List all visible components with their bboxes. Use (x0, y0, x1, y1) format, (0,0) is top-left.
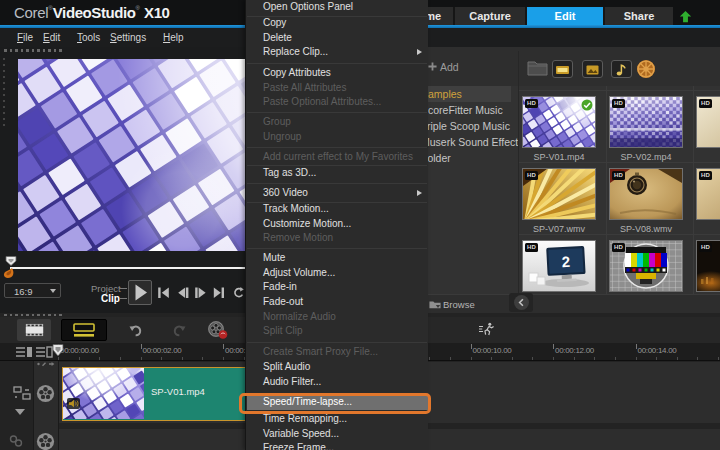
video-track-reel-icon[interactable] (36, 384, 55, 403)
menu-item-normalize-audio[interactable]: Normalize Audio (246, 310, 428, 325)
menubar-item-edit[interactable]: Edit (43, 31, 60, 45)
menu-item-add-current-effect-to-my-favorites[interactable]: Add current effect to My Favorites (246, 150, 428, 165)
redo-button[interactable] (167, 319, 191, 341)
expand-tracks-icon[interactable] (15, 409, 25, 415)
menu-item-mute[interactable]: Mute (246, 251, 428, 266)
menubar-item-settings[interactable]: Settings (110, 31, 146, 45)
ruler-label: 00:00:12.00 (555, 346, 594, 355)
menu-item-paste-optional-attributes[interactable]: Paste Optional Attributes... (246, 95, 428, 110)
filter-videos-button[interactable] (552, 60, 573, 78)
upgrade-arrow-icon[interactable] (679, 10, 692, 24)
grip-dot (59, 49, 62, 52)
grip-dot (43, 49, 46, 52)
go-to-start-button[interactable] (157, 286, 171, 300)
menu-item-group[interactable]: Group (246, 115, 428, 130)
next-frame-button[interactable] (194, 286, 208, 300)
menu-item-label: Adjust Volume... (263, 267, 335, 278)
toolbar-grip[interactable] (4, 49, 62, 52)
menubar-item-file[interactable]: File (17, 31, 33, 45)
library-folder-folder[interactable]: Folder (420, 150, 518, 166)
go-to-end-button[interactable] (212, 286, 226, 300)
menu-item-split-audio[interactable]: Split Audio (246, 360, 428, 375)
grip-dot (3, 124, 5, 126)
menu-item-split-clip[interactable]: Split Clip (246, 324, 428, 339)
menubar-item-help[interactable]: Help (163, 31, 184, 45)
panel-grip-vertical[interactable] (3, 58, 5, 130)
media-thumbnail[interactable]: HD (610, 241, 682, 291)
tab-edit[interactable]: Edit (525, 7, 603, 25)
filter-audio-button[interactable] (611, 60, 632, 78)
media-thumbnail[interactable]: HD (610, 97, 682, 147)
menu-item-delete[interactable]: Delete (246, 31, 428, 46)
tab-capture[interactable]: Capture (453, 7, 525, 25)
media-thumbnail[interactable]: HD (523, 169, 595, 219)
timeline-grip[interactable] (4, 314, 62, 317)
filter-wheel-icon[interactable] (636, 59, 656, 79)
menu-item-create-smart-proxy-file[interactable]: Create Smart Proxy File... (246, 345, 428, 360)
menu-item-adjust-volume[interactable]: Adjust Volume... (246, 266, 428, 281)
trim-marker-icon[interactable] (3, 268, 15, 279)
motion-tracking-button[interactable] (476, 319, 496, 341)
media-name: SP (690, 224, 720, 234)
timeline-view-button[interactable] (61, 319, 107, 341)
menu-item-customize-motion[interactable]: Customize Motion... (246, 217, 428, 232)
media-thumbnail[interactable]: HD (610, 169, 682, 219)
link-tracks-icon[interactable] (9, 434, 23, 448)
menu-item-replace-clip[interactable]: Replace Clip... (246, 45, 428, 60)
browse-label[interactable]: Browse (443, 299, 475, 310)
library-folder-scorefitter-music[interactable]: ScoreFitter Music (420, 102, 518, 118)
collapse-circle[interactable] (514, 295, 529, 310)
library-folder-samples[interactable]: Samples (420, 86, 511, 102)
library-folder-icon[interactable] (527, 59, 548, 77)
menu-item-variable-speed[interactable]: Variable Speed... (246, 427, 428, 442)
menu-item-paste-all-attributes[interactable]: Paste All Attributes (246, 81, 428, 96)
tab-share[interactable]: Share (603, 7, 673, 25)
menubar-item-tools[interactable]: Tools (77, 31, 100, 45)
playhead-icon[interactable] (52, 344, 64, 357)
play-button[interactable] (128, 280, 152, 305)
menu-item-label: Open Options Panel (263, 1, 353, 12)
media-thumbnail[interactable]: HD (697, 241, 720, 291)
menu-item-fade-in[interactable]: Fade-in (246, 280, 428, 295)
scrubber-head-icon[interactable] (5, 256, 17, 266)
library-folder-triple-scoop-music[interactable]: Triple Scoop Music (420, 118, 518, 134)
menu-item-open-options-panel[interactable]: Open Options Panel (246, 0, 428, 15)
menu-item-360-video[interactable]: 360 Video (246, 186, 428, 201)
menu-item-audio-filter[interactable]: Audio Filter... (246, 375, 428, 390)
media-thumbnail[interactable]: 2HD (523, 241, 595, 291)
add-folder-icon[interactable] (428, 62, 437, 71)
undo-button[interactable] (123, 319, 147, 341)
menu-item-time-remapping[interactable]: Time Remapping... (246, 412, 428, 427)
add-folder-label[interactable]: Add (440, 61, 459, 73)
grip-dot (21, 49, 24, 52)
menu-item-tag-as-3d[interactable]: Tag as 3D... (246, 166, 428, 181)
overlay-track-reel-icon[interactable] (36, 432, 55, 450)
grip-dot (3, 118, 5, 120)
previous-frame-button[interactable] (176, 286, 190, 300)
menu-item-copy-attributes[interactable]: Copy Attributes (246, 66, 428, 81)
track-mini-controls[interactable] (36, 361, 56, 367)
storyboard-view-button[interactable] (17, 319, 51, 341)
grip-dot (10, 49, 13, 52)
menu-item-remove-motion[interactable]: Remove Motion (246, 231, 428, 246)
menu-item-freeze-frame[interactable]: Freeze Frame... (246, 441, 428, 450)
record-capture-button[interactable] (204, 319, 232, 341)
ruler-label: 00:00:10.00 (473, 346, 512, 355)
media-thumbnail[interactable]: HD (697, 97, 720, 147)
filter-photos-button[interactable] (582, 60, 603, 78)
track-toggle-icon[interactable] (35, 346, 53, 358)
library-folder-muserk-sound-effect[interactable]: Muserk Sound Effect (420, 134, 518, 150)
menu-item-ungroup[interactable]: Ungroup (246, 130, 428, 145)
library-folder-label: Muserk Sound Effect (421, 136, 518, 148)
menu-item-fade-out[interactable]: Fade-out (246, 295, 428, 310)
ruler-label: 00:00:00.00 (60, 346, 99, 355)
repeat-button[interactable] (231, 286, 245, 300)
track-toggle-all-icon[interactable] (15, 346, 33, 358)
media-thumbnail[interactable]: HD (697, 169, 720, 219)
grip-dot (48, 314, 51, 317)
swap-tracks-icon[interactable] (12, 385, 32, 401)
menu-item-copy[interactable]: Copy (246, 16, 428, 31)
media-thumbnail[interactable]: HD (523, 97, 595, 147)
menu-item-track-motion[interactable]: Track Motion... (246, 202, 428, 217)
clip-mode-label[interactable]: Clip (101, 293, 120, 304)
